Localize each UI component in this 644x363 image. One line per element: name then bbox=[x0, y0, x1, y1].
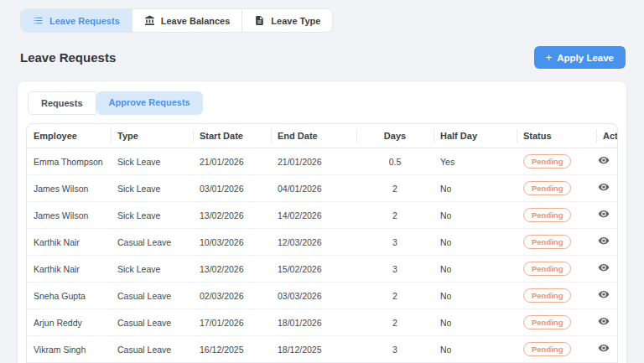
tab-approve-requests[interactable]: Approve Requests bbox=[96, 91, 203, 115]
cell-employee: James Wilson bbox=[27, 202, 111, 229]
col-header-status: Status bbox=[517, 124, 596, 148]
view-button[interactable] bbox=[598, 181, 610, 195]
cell-end-date: 18/01/2026 bbox=[271, 309, 356, 336]
apply-leave-button[interactable]: + Apply Leave bbox=[534, 46, 626, 69]
cell-start-date: 02/03/2026 bbox=[193, 283, 271, 309]
cell-employee: Karthik Nair bbox=[27, 256, 111, 283]
cell-status: Pending bbox=[517, 175, 596, 202]
table-row: Vikram Singh Casual Leave 16/12/2025 18/… bbox=[27, 336, 618, 363]
col-header-half-day: Half Day bbox=[434, 124, 517, 148]
requests-tab-group: Requests Approve Requests bbox=[28, 91, 203, 115]
document-icon bbox=[254, 15, 265, 26]
cell-start-date: 17/01/2026 bbox=[193, 309, 271, 336]
cell-actions bbox=[603, 262, 618, 276]
cell-days: 3 bbox=[356, 229, 434, 256]
cell-start-date: 13/02/2026 bbox=[193, 202, 271, 229]
eye-icon bbox=[598, 342, 610, 356]
status-badge: Pending bbox=[523, 288, 571, 303]
cell-type: Sick Leave bbox=[111, 256, 193, 283]
cell-type: Casual Leave bbox=[111, 229, 193, 256]
cell-actions bbox=[603, 208, 618, 222]
cell-end-date: 21/01/2026 bbox=[271, 148, 356, 175]
row-menu-button[interactable] bbox=[617, 235, 618, 249]
cell-status: Pending bbox=[517, 283, 596, 309]
row-menu-button[interactable] bbox=[617, 181, 618, 195]
cell-actions bbox=[603, 342, 618, 356]
view-button[interactable] bbox=[598, 262, 610, 276]
cell-end-date: 18/12/2025 bbox=[271, 336, 356, 363]
table-row: James Wilson Sick Leave 03/01/2026 04/01… bbox=[27, 175, 618, 202]
eye-icon bbox=[598, 208, 610, 222]
status-badge: Pending bbox=[523, 342, 571, 356]
col-header-actions: Actions bbox=[596, 124, 618, 148]
view-button[interactable] bbox=[598, 288, 610, 303]
row-menu-button[interactable] bbox=[617, 342, 618, 356]
cell-type: Sick Leave bbox=[111, 148, 193, 175]
cell-start-date: 16/12/2025 bbox=[193, 336, 271, 363]
kebab-menu-icon bbox=[617, 262, 618, 276]
col-header-end-date: End Date bbox=[271, 124, 356, 148]
row-menu-button[interactable] bbox=[617, 315, 618, 329]
table-row: Karthik Nair Casual Leave 10/03/2026 12/… bbox=[27, 229, 618, 256]
status-badge: Pending bbox=[523, 181, 571, 195]
status-badge: Pending bbox=[523, 154, 571, 169]
cell-half-day: No bbox=[434, 175, 517, 202]
cell-end-date: 03/03/2026 bbox=[271, 283, 356, 309]
nav-tab-leave-type[interactable]: Leave Type bbox=[242, 9, 332, 32]
cell-end-date: 14/02/2026 bbox=[271, 202, 356, 229]
tab-label: Requests bbox=[41, 98, 83, 108]
nav-tab-label: Leave Type bbox=[271, 16, 320, 26]
cell-end-date: 12/03/2026 bbox=[271, 229, 356, 256]
cell-type: Sick Leave bbox=[111, 175, 193, 202]
view-button[interactable] bbox=[598, 154, 610, 169]
view-button[interactable] bbox=[598, 342, 610, 356]
table-body: Emma Thompson Sick Leave 21/01/2026 21/0… bbox=[27, 148, 618, 363]
col-header-employee: Employee bbox=[27, 124, 111, 148]
row-menu-button[interactable] bbox=[617, 262, 618, 276]
status-badge: Pending bbox=[523, 315, 571, 329]
view-button[interactable] bbox=[598, 315, 610, 329]
module-nav: Leave Requests Leave Balances Leave Type bbox=[20, 8, 333, 33]
cell-type: Casual Leave bbox=[111, 283, 193, 309]
cell-status: Pending bbox=[517, 148, 596, 175]
cell-half-day: No bbox=[434, 283, 517, 309]
cell-actions bbox=[603, 288, 618, 303]
list-icon bbox=[33, 15, 44, 26]
row-menu-button[interactable] bbox=[617, 154, 618, 169]
cell-employee: Arjun Reddy bbox=[27, 309, 111, 336]
cell-status: Pending bbox=[517, 229, 596, 256]
nav-tab-leave-balances[interactable]: Leave Balances bbox=[132, 9, 243, 32]
cell-days: 3 bbox=[356, 336, 434, 363]
status-badge: Pending bbox=[523, 208, 571, 222]
kebab-menu-icon bbox=[617, 208, 618, 222]
cell-type: Casual Leave bbox=[111, 309, 193, 336]
row-menu-button[interactable] bbox=[617, 288, 618, 303]
cell-employee: Sneha Gupta bbox=[27, 283, 111, 309]
eye-icon bbox=[598, 181, 610, 195]
cell-days: 2 bbox=[356, 283, 434, 309]
cell-status: Pending bbox=[517, 256, 596, 283]
cell-type: Casual Leave bbox=[111, 336, 193, 363]
table-row: James Wilson Sick Leave 13/02/2026 14/02… bbox=[27, 202, 618, 229]
cell-employee: James Wilson bbox=[27, 175, 111, 202]
cell-end-date: 15/02/2026 bbox=[271, 256, 356, 283]
eye-icon bbox=[598, 262, 610, 276]
cell-days: 0.5 bbox=[356, 148, 434, 175]
table-row: Karthik Nair Sick Leave 13/02/2026 15/02… bbox=[27, 256, 618, 283]
view-button[interactable] bbox=[598, 208, 610, 222]
cell-actions bbox=[603, 235, 618, 249]
cell-status: Pending bbox=[517, 336, 596, 363]
tab-requests[interactable]: Requests bbox=[28, 91, 96, 115]
cell-half-day: No bbox=[434, 256, 517, 283]
row-menu-button[interactable] bbox=[617, 208, 618, 222]
nav-tab-label: Leave Requests bbox=[49, 16, 120, 26]
cell-half-day: Yes bbox=[434, 148, 517, 175]
cell-days: 3 bbox=[356, 256, 434, 283]
cell-employee: Vikram Singh bbox=[27, 336, 111, 363]
cell-days: 2 bbox=[356, 175, 434, 202]
cell-type: Sick Leave bbox=[111, 202, 193, 229]
view-button[interactable] bbox=[598, 235, 610, 249]
col-header-days: Days bbox=[356, 124, 434, 148]
nav-tab-leave-requests[interactable]: Leave Requests bbox=[21, 9, 132, 32]
cell-half-day: No bbox=[434, 202, 517, 229]
